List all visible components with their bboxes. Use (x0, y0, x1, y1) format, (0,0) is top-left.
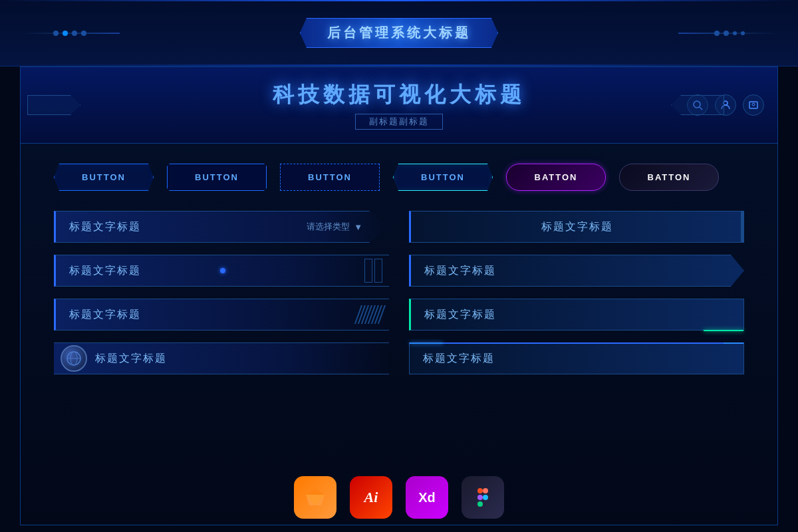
diag-lines (358, 299, 382, 330)
header-dots-right (714, 31, 745, 36)
left-column: 标题文字标题 请选择类型 ▼ 标题文字标题 标题文字标题 (54, 211, 389, 374)
dot (714, 31, 720, 36)
bracket (374, 259, 382, 283)
figma-icon[interactable] (462, 476, 504, 519)
button-2[interactable]: BUTTON (167, 164, 267, 191)
header-dots-left (53, 31, 86, 36)
title-bar-left-3: 标题文字标题 (54, 299, 389, 331)
button-6[interactable]: BATTON (619, 164, 719, 191)
title-label-r2: 标题文字标题 (424, 264, 496, 278)
title-label-r3: 标题文字标题 (424, 308, 496, 322)
panel-subtitle: 副标题副标题 (355, 114, 443, 130)
xd-label: Xd (418, 490, 436, 505)
button-1[interactable]: BUTTON (54, 164, 154, 191)
select-area: 请选择类型 ▼ (307, 221, 362, 233)
svg-rect-14 (477, 501, 483, 507)
svg-point-4 (752, 103, 755, 106)
header-side-left (27, 95, 80, 115)
dot (733, 31, 737, 35)
button-3[interactable]: BUTTON (280, 164, 380, 191)
dot (81, 31, 86, 36)
bracket (364, 259, 372, 283)
xd-icon[interactable]: Xd (406, 476, 448, 519)
dot (724, 31, 729, 36)
sketch-icon[interactable] (294, 476, 336, 519)
button-4[interactable]: BUTTON (393, 164, 493, 191)
profile-icon[interactable] (743, 94, 764, 116)
illustrator-icon[interactable]: Ai (350, 476, 392, 519)
dropdown-arrow-icon[interactable]: ▼ (354, 222, 362, 232)
title-label-3: 标题文字标题 (69, 308, 141, 322)
dot (63, 31, 68, 36)
bottom-tools: Ai Xd (0, 476, 798, 519)
title-bar-right-2: 标题文字标题 (409, 255, 744, 287)
ai-label: Ai (364, 489, 378, 506)
title-bar-right-4: 标题文字标题 (409, 342, 744, 374)
right-decor (364, 259, 389, 283)
center-dot (220, 268, 225, 273)
svg-rect-13 (477, 495, 483, 500)
button-5[interactable]: BATTON (506, 164, 606, 191)
main-title: 后台管理系统大标题 (327, 25, 471, 40)
title-label-r1: 标题文字标题 (424, 220, 730, 234)
dot (741, 31, 745, 35)
title-label-1: 标题文字标题 (69, 220, 141, 234)
header-side-right (671, 95, 724, 115)
title-bar-left-2: 标题文字标题 (54, 255, 389, 287)
svg-rect-12 (483, 488, 488, 493)
title-label-r4: 标题文字标题 (423, 352, 495, 366)
title-bar-left-1: 标题文字标题 请选择类型 ▼ (54, 211, 389, 243)
title-bar-left-4: 标题文字标题 (54, 342, 389, 374)
select-text: 请选择类型 (307, 221, 350, 233)
panel-header: 科技数据可视化大标题 副标题副标题 (21, 67, 777, 144)
sphere-icon (61, 345, 87, 372)
buttons-row: BUTTON BUTTON BUTTON BUTTON BATTON BATTO… (21, 144, 777, 211)
dot (72, 31, 77, 36)
content-area: 标题文字标题 请选择类型 ▼ 标题文字标题 标题文字标题 (21, 211, 777, 374)
title-label-4: 标题文字标题 (95, 352, 167, 366)
svg-point-15 (483, 495, 488, 500)
main-panel: 科技数据可视化大标题 副标题副标题 (20, 66, 778, 525)
title-bar-right-1: 标题文字标题 (409, 211, 744, 243)
title-label-2: 标题文字标题 (69, 264, 141, 278)
top-header: 后台管理系统大标题 (0, 0, 798, 66)
title-bar-right-3: 标题文字标题 (409, 299, 744, 331)
dot (53, 31, 59, 36)
panel-title: 科技数据可视化大标题 (34, 80, 764, 110)
svg-rect-11 (477, 488, 483, 493)
main-title-box: 后台管理系统大标题 (300, 18, 498, 48)
right-column: 标题文字标题 标题文字标题 标题文字标题 标题文字标题 (409, 211, 744, 374)
